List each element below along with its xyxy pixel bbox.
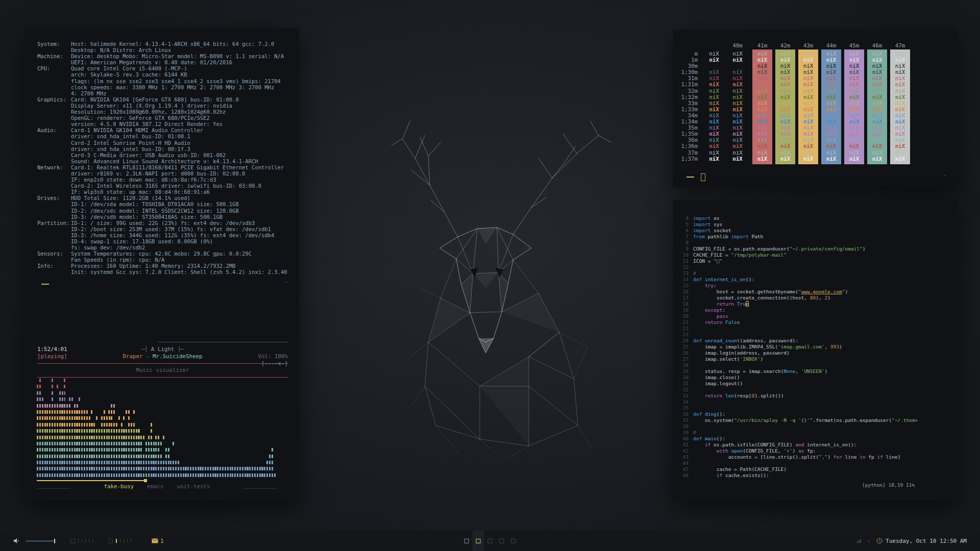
code-line[interactable]: 25 imap = imaplib.IMAP4_SSL('imap.gmail.… xyxy=(673,344,918,350)
tray-module-1[interactable] xyxy=(70,539,93,543)
code-line[interactable]: 30 imap.close() xyxy=(673,374,918,381)
sysinfo-label: CPU: xyxy=(37,65,71,96)
code-line[interactable]: 13# xyxy=(673,270,918,277)
code-line[interactable]: 33 return len(resp[0].split()) xyxy=(673,393,918,399)
tab-emacs[interactable]: emacs xyxy=(147,483,164,490)
volume-slider[interactable] xyxy=(26,539,55,543)
code-line[interactable]: 44 xyxy=(673,460,918,466)
code-line[interactable]: 32 xyxy=(673,387,918,393)
code-line[interactable]: 10CACHE_FILE = "/tmp/polybar-mail" xyxy=(673,252,918,258)
line-number: 17 xyxy=(673,295,693,301)
line-number: 7 xyxy=(673,234,693,240)
code-line[interactable]: 22 xyxy=(673,325,918,332)
code-line[interactable]: 16 host = socket.gethostbyname("www.goog… xyxy=(673,289,918,295)
signal-bars-icon[interactable] xyxy=(857,539,861,543)
sysinfo-label: Audio: xyxy=(37,127,71,164)
code-line[interactable]: 28 xyxy=(673,362,918,368)
code-line[interactable]: 24def unread_count(address, password): xyxy=(673,338,918,344)
code-line[interactable]: 18 return True xyxy=(673,301,918,307)
code-line[interactable]: 41 if os.path.isfile(CONFIG_FILE) and in… xyxy=(673,442,918,448)
workspace-4[interactable] xyxy=(496,531,508,551)
code-line[interactable]: 38 xyxy=(673,423,918,430)
code-line[interactable]: 4import os xyxy=(673,215,918,221)
code-line[interactable]: 37 os.system("/usr/bin/aplay -N -q '{}'"… xyxy=(673,417,918,423)
code-line[interactable]: 11ICON = "□" xyxy=(673,258,918,264)
workspace-5[interactable] xyxy=(508,531,520,551)
code-line[interactable]: 34 xyxy=(673,399,918,405)
separator-line xyxy=(37,363,288,364)
workspace-1[interactable] xyxy=(461,531,473,551)
code-line[interactable]: 45 cache = Path(CACHE_FILE) xyxy=(673,466,918,472)
code-line[interactable]: 5import sys xyxy=(673,221,918,228)
sysinfo-label: Info: xyxy=(37,263,71,275)
viz-row xyxy=(37,429,277,433)
colortest-label-column: m1m30m1;30m31m1;31m32m1;32m33m1;33m34m1;… xyxy=(677,42,702,164)
code-line[interactable]: 20 pass xyxy=(673,313,918,319)
sysinfo-row: Partition:ID-1: / size: 99G used: 22G (2… xyxy=(37,220,288,251)
volume-slider-thumb[interactable] xyxy=(54,539,55,543)
workspace-square-icon xyxy=(488,539,493,543)
line-number: 39 xyxy=(673,430,693,436)
code-line[interactable]: 43 accounts = [line.strip().split(",") f… xyxy=(673,454,918,460)
code-line[interactable]: 7from pathlib import Path xyxy=(673,234,918,240)
code-line[interactable]: 19 except: xyxy=(673,307,918,313)
code-line[interactable]: 36def ding(): xyxy=(673,411,918,417)
code-line[interactable]: 12 xyxy=(673,264,918,270)
workspace-square-icon xyxy=(464,539,469,543)
shell-prompt[interactable]: ” xyxy=(687,173,946,181)
workspace-3[interactable] xyxy=(484,531,496,551)
code-line[interactable]: 23 xyxy=(673,332,918,338)
tab-unit-tests[interactable]: unit-tests xyxy=(177,483,210,490)
code-line[interactable]: 17 socket.create_connection((host, 80), … xyxy=(673,295,918,301)
code-buffer[interactable]: 4import os5import sys6import socket7from… xyxy=(673,215,918,479)
volume-bar[interactable]: [----x-] xyxy=(261,360,288,367)
track-progress-bar[interactable] xyxy=(37,341,288,343)
clock-module[interactable]: Tuesday, Oct 10 12:50 AM xyxy=(876,538,967,544)
code-line[interactable]: 29 status, resp = imap.search(None, 'UNS… xyxy=(673,368,918,374)
code-line[interactable]: 31 imap.logout() xyxy=(673,381,918,387)
workspace-2[interactable] xyxy=(473,531,484,551)
sysinfo-label: Partition: xyxy=(37,220,71,251)
line-number: 43 xyxy=(673,454,693,460)
viz-row xyxy=(37,379,277,382)
code-line[interactable]: 6import socket xyxy=(673,228,918,234)
code-line[interactable]: 21 return False xyxy=(673,319,918,325)
code-line[interactable]: 15 try: xyxy=(673,283,918,289)
tab-rule-left xyxy=(37,488,70,489)
mail-module[interactable]: 1 xyxy=(152,538,164,544)
music-player: 1:52/4:01 ─┤ A Light ├─ Vol: 100% [playi… xyxy=(37,341,288,381)
arrow-up-icon[interactable]: ↑ xyxy=(867,538,870,544)
sysinfo-label: Machine: xyxy=(37,53,71,65)
code-line[interactable]: 40def main(): xyxy=(673,436,918,442)
terminal-colortest[interactable]: m1m30m1;30m31m1;31m32m1;32m33m1;33m34m1;… xyxy=(673,30,958,187)
tray-module-2[interactable] xyxy=(108,539,131,543)
colortest-column-45m: 45mniXniXniXniXniXniXniXniXniXniXniXniXn… xyxy=(844,42,864,164)
code-line[interactable]: 42 with open(CONFIG_FILE, 'r') as fp: xyxy=(673,448,918,454)
code-line[interactable]: 35 xyxy=(673,405,918,411)
code-line[interactable]: 39# xyxy=(673,430,918,436)
code-line[interactable]: 9CONFIG_FILE = os.path.expanduser("~/.pr… xyxy=(673,246,918,252)
line-number: 14 xyxy=(673,277,693,283)
track-title: A Light xyxy=(151,346,178,353)
sysinfo-label: Graphics: xyxy=(37,96,71,127)
ansi-color-table: m1m30m1;30m31m1;31m32m1;32m33m1;33m34m1;… xyxy=(677,42,910,164)
desktop: System:Host: halimede Kernel: 4.13.4-1-A… xyxy=(0,0,980,551)
shell-prompt[interactable]: ” xyxy=(37,280,288,288)
code-editor[interactable]: 4import os5import sys6import socket7from… xyxy=(673,200,958,500)
line-number: 26 xyxy=(673,350,693,356)
code-line[interactable]: 27 imap.select('INBOX') xyxy=(673,356,918,362)
speaker-icon[interactable] xyxy=(13,538,19,544)
colortest-column-42m: 42mniXniXniXniXniXniXniXniXniXniXniXniXn… xyxy=(775,42,795,164)
code-line[interactable]: 14def internet_is_on(): xyxy=(673,277,918,283)
viz-row xyxy=(37,391,277,395)
code-line[interactable]: 8 xyxy=(673,240,918,246)
viz-row xyxy=(37,473,277,477)
line-number: 42 xyxy=(673,448,693,454)
code-line[interactable]: 26 imap.login(address, password) xyxy=(673,350,918,356)
code-line[interactable]: 46 if cache.exists(): xyxy=(673,472,918,479)
viz-row xyxy=(37,423,277,427)
line-number: 46 xyxy=(673,472,693,479)
line-number: 15 xyxy=(673,283,693,289)
tab-fake-busy[interactable]: fake-busy xyxy=(104,483,134,490)
terminal-system-info[interactable]: System:Host: halimede Kernel: 4.13.4-1-A… xyxy=(25,28,299,500)
